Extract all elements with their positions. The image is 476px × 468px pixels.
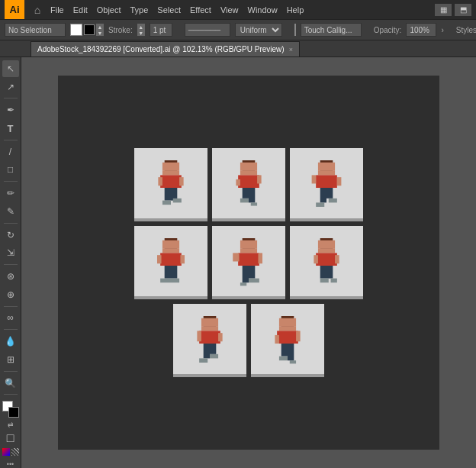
stroke-val-down[interactable]: ▼	[137, 30, 145, 36]
none-icon[interactable]	[11, 448, 19, 456]
scale-tool[interactable]: ⇲	[2, 244, 19, 261]
sprite-frame-3	[134, 226, 207, 299]
arrange-icon[interactable]: ⬒	[455, 4, 471, 16]
brush-style[interactable]: ──────	[185, 23, 230, 37]
opacity-label: Opacity:	[374, 26, 402, 34]
menu-object[interactable]: Object	[97, 5, 121, 15]
svg-rect-53	[316, 253, 337, 266]
svg-rect-21	[318, 163, 335, 171]
tab-bar: AdobeStock_184392269 [Converted].ai @ 10…	[0, 40, 476, 57]
menu-file[interactable]: File	[50, 5, 64, 15]
toolbar: No Selection ▲ ▼ Stroke: ▲ ▼ 1 pt ──────…	[0, 19, 476, 40]
warp-tool[interactable]: ⊛	[2, 268, 19, 285]
tool-separator-2	[4, 140, 18, 140]
home-button[interactable]: ⌂	[29, 2, 46, 18]
menu-type[interactable]: Type	[130, 5, 149, 15]
pencil-tool[interactable]: ✎	[2, 203, 19, 220]
svg-rect-19	[251, 202, 257, 205]
tab-close-button[interactable]: ×	[289, 46, 293, 53]
width-tool[interactable]: ⊕	[2, 286, 19, 303]
menu-window[interactable]: Window	[248, 5, 278, 15]
svg-rect-72	[279, 327, 296, 331]
svg-rect-65	[218, 333, 223, 341]
svg-rect-59	[331, 279, 337, 283]
styles-label: Styles:	[456, 26, 476, 34]
stroke-val-up[interactable]: ▲	[137, 24, 145, 30]
paintbrush-tool[interactable]: ✏	[2, 185, 19, 202]
tool-separator-7	[4, 329, 18, 330]
menu-help[interactable]: Help	[287, 5, 304, 15]
sprite-frame-1	[212, 148, 285, 221]
svg-rect-46	[243, 266, 249, 282]
tab-title: AdobeStock_184392269 [Converted].ai @ 10…	[37, 45, 285, 53]
type-tool[interactable]: T	[2, 120, 19, 137]
svg-rect-67	[210, 344, 216, 354]
stroke-label: Stroke:	[108, 26, 133, 34]
uniform-select[interactable]: Uniform	[235, 23, 282, 37]
brush-color-swatch[interactable]	[294, 24, 296, 36]
menu-view[interactable]: View	[220, 5, 239, 15]
more-tools-button[interactable]: •••	[7, 460, 14, 468]
svg-rect-25	[337, 177, 342, 186]
svg-rect-6	[165, 188, 171, 201]
stroke-color[interactable]	[8, 407, 19, 418]
zoom-tool[interactable]: 🔍	[2, 375, 19, 392]
svg-rect-39	[171, 279, 179, 283]
sprite-char-0	[148, 160, 194, 215]
tool-separator-8	[4, 371, 18, 372]
direct-select-tool[interactable]: ↗	[2, 79, 19, 95]
stroke-down[interactable]: ▼	[96, 30, 104, 36]
menu-edit[interactable]: Edit	[73, 5, 88, 15]
rect-tool[interactable]: □	[2, 162, 19, 179]
svg-rect-79	[290, 360, 296, 363]
fill-swatch[interactable]	[70, 24, 82, 36]
svg-rect-55	[335, 255, 339, 263]
line-tool[interactable]: /	[2, 144, 19, 160]
blend-tool[interactable]: ∞	[2, 310, 19, 327]
stroke-up[interactable]: ▲	[96, 24, 104, 30]
svg-rect-13	[238, 175, 259, 188]
svg-rect-31	[162, 240, 179, 249]
svg-rect-71	[279, 318, 296, 327]
swap-colors-icon[interactable]: ⇄	[8, 421, 14, 428]
svg-rect-43	[238, 253, 259, 266]
svg-rect-8	[162, 201, 171, 205]
main-area: ↖ ↗ ✒ T / □ ✏ ✎ ↻ ⇲ ⊛ ⊕ ∞ 💧 ⊞ 🔍 ⇄ □	[0, 57, 476, 468]
window-controls: ▦ ⬒	[435, 4, 471, 16]
workspace-icon[interactable]: ▦	[435, 4, 452, 16]
sprite-char-3	[148, 238, 194, 293]
pen-tool[interactable]: ✒	[2, 102, 19, 118]
svg-rect-78	[279, 357, 288, 361]
color-selector[interactable]	[2, 401, 19, 418]
rotate-tool[interactable]: ↻	[2, 227, 19, 244]
selection-label: No Selection	[5, 23, 66, 37]
stroke-swatch[interactable]	[84, 24, 95, 35]
svg-rect-77	[288, 344, 294, 360]
opacity-value[interactable]: 100%	[406, 23, 436, 37]
svg-rect-14	[236, 179, 240, 186]
sprite-char-1	[226, 160, 272, 215]
menu-effect[interactable]: Effect	[190, 5, 211, 15]
app-logo: Ai	[5, 0, 24, 19]
stroke-value[interactable]: 1 pt	[150, 23, 172, 37]
svg-rect-16	[243, 188, 249, 198]
svg-rect-24	[312, 175, 317, 183]
svg-rect-33	[160, 253, 182, 266]
svg-rect-68	[199, 358, 207, 363]
tool-separator-9	[4, 394, 18, 395]
expand-icon[interactable]: ›	[441, 26, 443, 34]
measure-tool[interactable]: ⊞	[2, 351, 19, 368]
svg-rect-36	[165, 266, 171, 279]
color-mode-icon[interactable]: □	[7, 431, 14, 445]
eyedropper-tool[interactable]: 💧	[2, 333, 19, 350]
menu-select[interactable]: Select	[157, 5, 181, 15]
svg-rect-76	[281, 344, 288, 357]
sprite-char-2	[304, 160, 349, 215]
document-tab[interactable]: AdobeStock_184392269 [Converted].ai @ 10…	[31, 41, 300, 56]
brush-label[interactable]: Touch Callig...	[301, 23, 362, 37]
gradient-icon[interactable]	[2, 448, 10, 456]
select-tool[interactable]: ↖	[2, 60, 19, 77]
svg-rect-29	[329, 198, 337, 203]
tool-separator-5	[4, 264, 18, 265]
svg-rect-62	[201, 327, 218, 331]
